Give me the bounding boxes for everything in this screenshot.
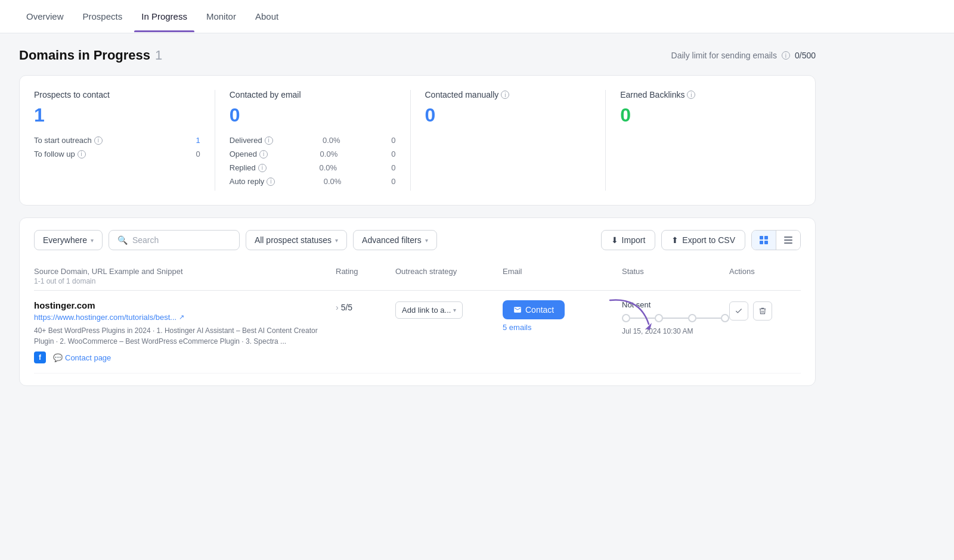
email-cell: Contact 5 emails	[503, 300, 622, 332]
domain-name: hostinger.com	[34, 300, 336, 310]
nav-in-progress[interactable]: In Progress	[134, 1, 194, 32]
stat-autoreply-pct: 0.0%	[317, 177, 341, 186]
followup-info-icon[interactable]: i	[78, 150, 86, 158]
contact-button[interactable]: Contact	[503, 300, 565, 319]
stat-delivered-count: 0	[383, 136, 395, 145]
col-rating: Rating	[336, 267, 395, 285]
top-navigation: Overview Prospects In Progress Monitor A…	[0, 0, 954, 33]
search-icon: 🔍	[117, 235, 128, 245]
stat-manual-value: 0	[425, 104, 591, 126]
outreach-info-icon[interactable]: i	[94, 136, 103, 145]
location-filter[interactable]: Everywhere ▾	[34, 230, 103, 250]
outreach-chevron-icon: ▾	[453, 307, 456, 313]
stat-prospects-label: Prospects to contact	[34, 90, 200, 99]
col-email: Email	[503, 267, 622, 285]
stat-opened-label: Opened i	[230, 150, 268, 158]
search-input[interactable]	[132, 235, 231, 245]
svg-rect-4	[784, 237, 792, 238]
daily-limit-area: Daily limit for sending emails i 0/500	[671, 51, 816, 60]
nav-about[interactable]: About	[248, 1, 286, 32]
contact-page-link[interactable]: 💬 Contact page	[53, 353, 111, 362]
nav-monitor[interactable]: Monitor	[199, 1, 243, 32]
stat-outreach-label: To start outreach i	[34, 136, 103, 145]
manual-info-icon[interactable]: i	[501, 91, 509, 99]
search-input-wrap[interactable]: 🔍	[109, 230, 240, 250]
status-dot-2	[655, 314, 663, 322]
stat-followup-value: 0	[188, 150, 200, 158]
stat-row-replied: Replied i 0.0% 0	[230, 163, 396, 172]
autoreply-info-icon[interactable]: i	[267, 178, 275, 186]
domain-snippet: 40+ Best WordPress Plugins in 2024 · 1. …	[34, 325, 336, 347]
outreach-cell: Add link to a... ▾	[395, 300, 503, 319]
status-dot-4	[721, 314, 729, 322]
stat-contacted-manually: Contacted manually i 0	[410, 90, 606, 191]
rating-value: 5/5	[341, 303, 352, 312]
status-filter-label: All prospect statuses	[255, 235, 332, 245]
svg-rect-5	[784, 239, 792, 241]
stat-delivered-label: Delivered i	[230, 136, 273, 145]
table-row-count: 1-1 out of 1 domain	[34, 277, 336, 285]
status-line-3	[696, 318, 721, 319]
page-header: Domains in Progress 1 Daily limit for se…	[19, 48, 816, 63]
facebook-icon[interactable]: f	[34, 351, 46, 363]
import-icon: ⬇	[611, 235, 618, 245]
check-icon	[735, 307, 743, 315]
trash-icon	[758, 307, 767, 315]
outreach-strategy-select[interactable]: Add link to a... ▾	[395, 301, 463, 319]
status-dot-3	[688, 314, 696, 322]
contact-btn-label: Contact	[525, 305, 554, 315]
svg-rect-1	[764, 236, 768, 239]
stat-earned-backlinks: Earned Backlinks i 0	[605, 90, 801, 191]
nav-overview[interactable]: Overview	[19, 1, 71, 32]
daily-limit-info-icon[interactable]: i	[782, 51, 790, 60]
stat-prospects-value: 1	[34, 104, 200, 126]
stat-opened-pct: 0.0%	[314, 150, 337, 158]
stat-manual-label: Contacted manually i	[425, 90, 591, 99]
stat-contacted-email: Contacted by email 0 Delivered i 0.0% 0 …	[215, 90, 410, 191]
external-link-icon: ↗	[179, 313, 184, 321]
advanced-chevron-icon: ▾	[425, 237, 428, 244]
domain-url[interactable]: https://www.hostinger.com/tutorials/best…	[34, 313, 336, 322]
svg-rect-0	[760, 236, 763, 239]
grid-view-btn[interactable]	[752, 231, 776, 250]
page-title-text: Domains in Progress	[19, 48, 150, 63]
opened-info-icon[interactable]: i	[259, 150, 268, 158]
stat-email-value: 0	[230, 104, 396, 126]
stat-followup-label: To follow up i	[34, 150, 86, 158]
stat-row-autoreply: Auto reply i 0.0% 0	[230, 177, 396, 186]
daily-limit-value: 0/500	[795, 51, 816, 60]
table-row: hostinger.com https://www.hostinger.com/…	[34, 291, 801, 374]
status-cell: Not sent Jul 15, 2024 10:30 AM	[622, 300, 729, 335]
backlinks-info-icon[interactable]: i	[687, 91, 695, 99]
status-filter[interactable]: All prospect statuses ▾	[246, 230, 347, 250]
status-line-1	[630, 318, 655, 319]
status-label: Not sent	[622, 300, 729, 309]
list-view-btn[interactable]	[776, 231, 800, 250]
export-icon: ⬆	[671, 235, 679, 245]
view-toggle	[751, 230, 801, 250]
replied-info-icon[interactable]: i	[258, 164, 267, 172]
emails-count: 5 emails	[503, 323, 531, 332]
page-title: Domains in Progress 1	[19, 48, 162, 63]
status-chevron-icon: ▾	[335, 237, 338, 244]
stat-replied-pct: 0.0%	[313, 163, 337, 172]
daily-limit-label: Daily limit for sending emails	[671, 51, 777, 60]
actions-cell	[729, 300, 801, 321]
advanced-filters-btn[interactable]: Advanced filters ▾	[353, 230, 437, 250]
location-chevron-icon: ▾	[91, 237, 94, 244]
import-button[interactable]: ⬇ Import	[601, 230, 656, 250]
check-action-btn[interactable]	[729, 301, 748, 321]
nav-prospects[interactable]: Prospects	[76, 1, 130, 32]
grid-icon	[759, 235, 769, 245]
export-label: Export to CSV	[682, 235, 735, 245]
delivered-info-icon[interactable]: i	[265, 136, 273, 145]
export-csv-button[interactable]: ⬆ Export to CSV	[661, 230, 745, 250]
import-label: Import	[622, 235, 646, 245]
col-status: Status	[622, 267, 729, 285]
delete-action-btn[interactable]	[753, 301, 772, 321]
stat-autoreply-label: Auto reply i	[230, 177, 275, 186]
stat-row-delivered: Delivered i 0.0% 0	[230, 136, 396, 145]
svg-rect-3	[764, 241, 768, 244]
svg-rect-6	[784, 242, 792, 244]
envelope-icon	[513, 306, 522, 314]
